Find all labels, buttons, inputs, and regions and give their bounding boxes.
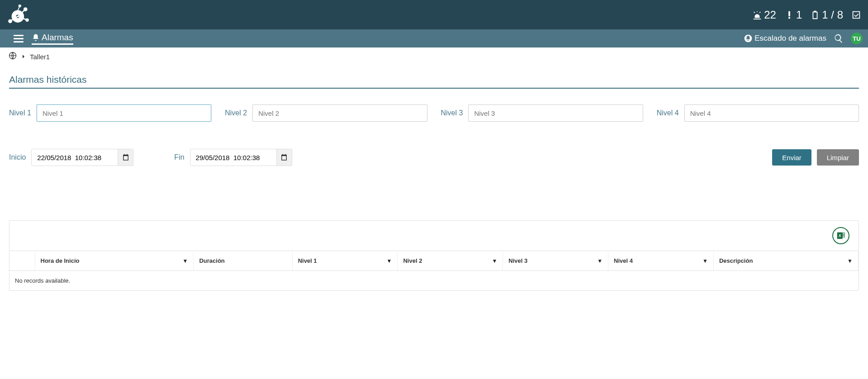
bell-icon	[32, 33, 40, 42]
level-filter-row: Nivel 1 Nivel 2 Nivel 3 Nivel 4	[9, 104, 859, 122]
col-expand	[9, 251, 35, 271]
nivel1-input[interactable]	[37, 104, 211, 122]
page-title-tab[interactable]: Alarmas	[32, 33, 73, 45]
nivel2-label: Nivel 2	[225, 109, 247, 117]
calendar-icon	[122, 153, 130, 161]
content-area: Alarmas históricas Nivel 1 Nivel 2 Nivel…	[0, 66, 868, 299]
top-stats: 22 1 1 / 8	[752, 9, 861, 21]
stat-battery[interactable]: 1 / 8	[810, 9, 843, 21]
filter-icon[interactable]: ▼	[597, 258, 602, 264]
app-logo	[5, 4, 34, 26]
fin-label: Fin	[174, 153, 184, 161]
nivel2-input[interactable]	[252, 104, 427, 122]
calendar-icon	[280, 153, 288, 161]
nivel3-label: Nivel 3	[441, 109, 463, 117]
col-descripcion[interactable]: Descripción▼	[713, 251, 858, 271]
stat-check[interactable]	[851, 10, 861, 20]
svg-rect-15	[843, 234, 845, 236]
col-descripcion-label: Descripción	[719, 257, 753, 264]
section-title: Alarmas históricas	[9, 74, 859, 89]
col-hora-inicio-label: Hora de Inicio	[41, 257, 80, 264]
enviar-button[interactable]: Enviar	[772, 149, 811, 166]
col-nivel4[interactable]: Nivel 4▼	[608, 251, 714, 271]
filter-icon[interactable]: ▼	[183, 258, 188, 264]
col-nivel4-label: Nivel 4	[614, 257, 633, 264]
breadcrumb-location[interactable]: Taller1	[30, 53, 50, 61]
globe-icon[interactable]	[8, 51, 17, 62]
escalado-label: Escalado de alarmas	[754, 34, 826, 43]
nivel1-label: Nivel 1	[9, 109, 31, 117]
col-nivel3-label: Nivel 3	[508, 257, 527, 264]
stat-battery-value: 1 / 8	[822, 9, 843, 21]
stat-warn-value: 1	[796, 9, 802, 21]
stat-alarm[interactable]: 22	[752, 9, 776, 21]
fin-input[interactable]	[190, 149, 276, 166]
col-nivel1-label: Nivel 1	[298, 257, 317, 264]
filter-icon[interactable]: ▼	[492, 258, 497, 264]
filter-icon[interactable]: ▼	[702, 258, 708, 264]
top-header: 22 1 1 / 8	[0, 0, 868, 29]
battery-icon	[810, 10, 820, 20]
results-table-wrap: X Hora de Inicio▼ Duración	[9, 220, 859, 291]
menu-button[interactable]	[14, 35, 24, 43]
breadcrumb: Taller1	[0, 47, 868, 66]
col-nivel1[interactable]: Nivel 1▼	[292, 251, 398, 271]
fin-calendar-button[interactable]	[276, 149, 292, 166]
results-table: Hora de Inicio▼ Duración Nivel 1▼ Nivel …	[9, 251, 859, 290]
user-avatar[interactable]: TU	[851, 33, 863, 44]
avatar-initials: TU	[853, 35, 860, 42]
limpiar-button[interactable]: Limpiar	[817, 149, 859, 166]
inicio-calendar-button[interactable]	[118, 149, 133, 166]
inicio-label: Inicio	[9, 153, 26, 161]
filter-icon[interactable]: ▼	[847, 258, 853, 264]
logo-icon	[5, 4, 34, 26]
col-hora-inicio[interactable]: Hora de Inicio▼	[35, 251, 194, 271]
search-icon[interactable]	[834, 33, 844, 43]
filter-icon[interactable]: ▼	[387, 258, 392, 264]
nivel3-input[interactable]	[468, 104, 643, 122]
stat-alarm-value: 22	[764, 9, 776, 21]
nivel4-label: Nivel 4	[657, 109, 679, 117]
col-nivel2[interactable]: Nivel 2▼	[398, 251, 503, 271]
stat-warn[interactable]: 1	[784, 9, 802, 21]
no-records-message: No records available.	[9, 271, 859, 291]
nivel4-input[interactable]	[684, 104, 859, 122]
col-duracion[interactable]: Duración	[194, 251, 292, 271]
svg-rect-16	[843, 236, 845, 237]
date-filter-row: Inicio Fin Enviar Limpiar	[9, 149, 859, 166]
col-duracion-label: Duración	[199, 257, 224, 264]
page-title-text: Alarmas	[42, 33, 73, 43]
svg-rect-14	[843, 233, 845, 234]
bell-circle-icon	[744, 34, 753, 43]
escalado-button[interactable]: Escalado de alarmas	[744, 34, 826, 43]
checkbox-icon	[851, 10, 861, 20]
inicio-input[interactable]	[32, 149, 118, 166]
exclamation-icon	[784, 10, 794, 20]
excel-icon: X	[836, 231, 846, 241]
export-excel-button[interactable]: X	[832, 227, 849, 244]
chevron-right-icon	[21, 53, 26, 61]
col-nivel2-label: Nivel 2	[403, 257, 422, 264]
sub-header: Alarmas Escalado de alarmas TU	[0, 29, 868, 47]
alarm-light-icon	[752, 10, 762, 20]
svg-text:X: X	[839, 234, 841, 238]
col-nivel3[interactable]: Nivel 3▼	[503, 251, 608, 271]
